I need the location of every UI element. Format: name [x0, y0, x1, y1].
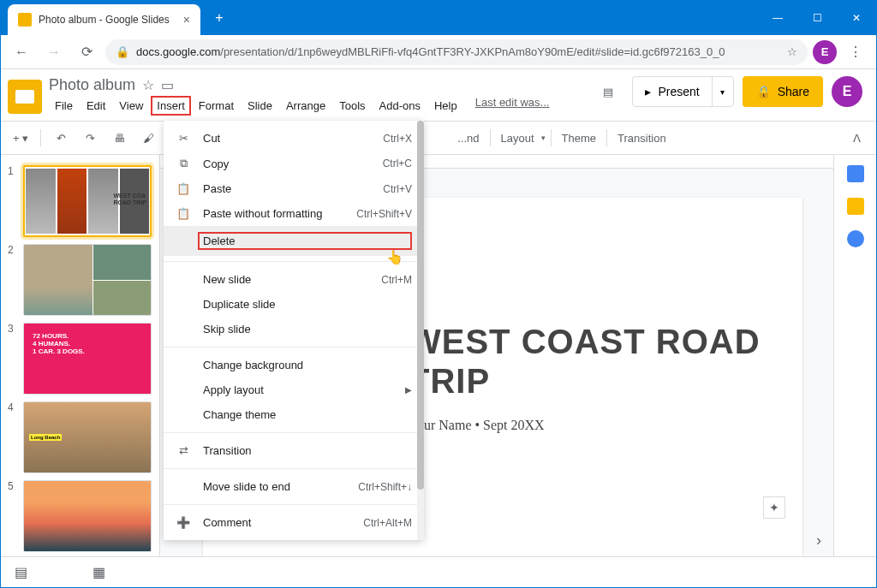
- print-button[interactable]: 🖶: [106, 125, 132, 151]
- keep-icon[interactable]: [847, 198, 864, 215]
- chevron-right-icon: ▶: [405, 385, 412, 395]
- ctx-new-slide[interactable]: New slideCtrl+M: [164, 267, 424, 292]
- browser-tab[interactable]: Photo album - Google Slides ×: [8, 4, 200, 35]
- bottom-bar: ▤ ▦: [1, 556, 876, 587]
- ctx-apply-layout[interactable]: Apply layout▶: [164, 377, 424, 402]
- paint-format-button[interactable]: 🖌: [135, 125, 161, 151]
- filmstrip-view-icon[interactable]: ▤: [15, 564, 27, 580]
- browser-titlebar: Photo album - Google Slides × + — ☐ ✕: [1, 1, 876, 35]
- doc-move-icon[interactable]: ▭: [161, 77, 174, 93]
- menu-tools[interactable]: Tools: [333, 96, 371, 116]
- slide-thumb-3[interactable]: 72 HOURS. 4 HUMANS. 1 CAR. 3 DOGS.: [23, 323, 152, 395]
- doc-title[interactable]: Photo album: [49, 76, 135, 94]
- ctx-transition[interactable]: ⇄Transition: [164, 438, 424, 463]
- toolbar-background[interactable]: ...nd: [452, 125, 484, 151]
- menu-insert[interactable]: Insert: [151, 96, 191, 116]
- slide-number: 5: [8, 480, 18, 552]
- calendar-icon[interactable]: [847, 165, 864, 182]
- menubar: File Edit View Insert Format Slide Arran…: [49, 96, 586, 116]
- browser-address-bar: ← → ⟳ 🔒 docs.google.com/presentation/d/1…: [1, 35, 876, 69]
- cut-icon: ✂: [176, 132, 191, 145]
- context-menu: ✂CutCtrl+X ⧉CopyCtrl+C 📋PasteCtrl+V 📋Pas…: [164, 121, 424, 540]
- app-header: Photo album ☆ ▭ File Edit View Insert Fo…: [1, 69, 876, 116]
- ctx-cut[interactable]: ✂CutCtrl+X: [164, 126, 424, 151]
- present-dropdown[interactable]: ▾: [713, 77, 733, 106]
- window-maximize-button[interactable]: ☐: [797, 1, 837, 35]
- undo-button[interactable]: ↶: [48, 125, 74, 151]
- copy-icon: ⧉: [176, 157, 191, 170]
- nav-back-button[interactable]: ←: [8, 39, 35, 66]
- nav-forward-button[interactable]: →: [40, 39, 68, 66]
- ctx-skip-slide[interactable]: Skip slide: [164, 317, 424, 342]
- play-icon: ▸: [645, 85, 651, 98]
- toolbar-layout[interactable]: Layout: [496, 125, 540, 151]
- ctx-separator: [164, 468, 424, 469]
- menu-edit[interactable]: Edit: [81, 96, 111, 116]
- menu-format[interactable]: Format: [193, 96, 240, 116]
- tab-close-icon[interactable]: ×: [183, 13, 190, 27]
- ctx-move-to-end[interactable]: Move slide to endCtrl+Shift+↓: [164, 474, 424, 499]
- url-text: docs.google.com/presentation/d/1np6weydM…: [136, 45, 725, 58]
- toolbar-collapse-icon[interactable]: ᐱ: [844, 125, 869, 151]
- ctx-paste-no-format[interactable]: 📋Paste without formattingCtrl+Shift+V: [164, 201, 424, 226]
- menu-arrange[interactable]: Arrange: [280, 96, 331, 116]
- grid-view-icon[interactable]: ▦: [92, 564, 105, 580]
- present-button[interactable]: ▸Present: [633, 77, 712, 106]
- ctx-change-theme[interactable]: Change theme: [164, 402, 424, 427]
- side-panel-chevron-icon[interactable]: ›: [816, 532, 821, 549]
- slide-thumb-5[interactable]: [23, 480, 152, 552]
- ctx-scrollbar[interactable]: [417, 121, 424, 540]
- menu-help[interactable]: Help: [428, 96, 463, 116]
- ctx-change-background[interactable]: Change background: [164, 353, 424, 377]
- menu-slide[interactable]: Slide: [242, 96, 278, 116]
- window-minimize-button[interactable]: —: [758, 1, 797, 35]
- new-slide-button[interactable]: + ▾: [8, 125, 33, 151]
- ctx-separator: [164, 432, 424, 433]
- ctx-comment[interactable]: ➕CommentCtrl+Alt+M: [164, 510, 424, 535]
- new-tab-button[interactable]: +: [207, 6, 231, 30]
- ctx-delete[interactable]: Delete: [164, 226, 424, 256]
- window-close-button[interactable]: ✕: [837, 1, 876, 35]
- slide-number: 4: [8, 401, 18, 473]
- slide-title[interactable]: WEST COAST ROAD TRIP: [409, 322, 785, 401]
- slide-number: 2: [8, 244, 18, 316]
- doc-star-icon[interactable]: ☆: [142, 77, 154, 93]
- comment-icon: ➕: [176, 516, 191, 529]
- transition-icon: ⇄: [176, 444, 191, 457]
- paste-icon: 📋: [176, 207, 191, 220]
- slides-favicon: [18, 13, 32, 27]
- nav-reload-button[interactable]: ⟳: [73, 39, 100, 66]
- bookmark-star-icon[interactable]: ☆: [787, 45, 797, 58]
- redo-button[interactable]: ↷: [77, 125, 103, 151]
- ctx-copy[interactable]: ⧉CopyCtrl+C: [164, 151, 424, 176]
- slide-panel: 1 WEST COA ROAD TRIP 2 3 72 HOURS. 4 HUM…: [1, 155, 160, 556]
- menu-addons[interactable]: Add-ons: [373, 96, 427, 116]
- slide-number: 1: [8, 165, 18, 237]
- tasks-icon[interactable]: [847, 230, 864, 247]
- toolbar-theme[interactable]: Theme: [557, 125, 601, 151]
- lock-icon: 🔒: [116, 45, 129, 58]
- ctx-separator: [164, 347, 424, 347]
- ctx-duplicate-slide[interactable]: Duplicate slide: [164, 292, 424, 317]
- ctx-paste[interactable]: 📋PasteCtrl+V: [164, 176, 424, 201]
- slide-thumb-1[interactable]: WEST COA ROAD TRIP: [23, 165, 152, 237]
- window-controls: — ☐ ✕: [758, 1, 876, 35]
- comments-button[interactable]: ▤: [593, 76, 623, 107]
- share-button[interactable]: 🔒Share: [743, 76, 823, 107]
- menu-file[interactable]: File: [49, 96, 79, 116]
- last-edit-link[interactable]: Last edit was...: [475, 96, 550, 116]
- slide-thumb-4[interactable]: Long Beach: [23, 401, 152, 473]
- browser-profile-avatar[interactable]: E: [813, 40, 837, 64]
- ctx-separator: [164, 261, 424, 262]
- menu-view[interactable]: View: [113, 96, 149, 116]
- slide-subtitle[interactable]: Your Name • Sept 20XX: [409, 418, 785, 433]
- slides-logo[interactable]: [8, 80, 42, 114]
- user-avatar[interactable]: E: [832, 76, 862, 107]
- slide-thumb-2[interactable]: [23, 244, 152, 316]
- ctx-separator: [164, 504, 424, 505]
- toolbar-transition[interactable]: Transition: [612, 125, 671, 151]
- explore-button[interactable]: ✦: [763, 496, 785, 519]
- browser-menu-button[interactable]: ⋮: [842, 44, 869, 60]
- url-field[interactable]: 🔒 docs.google.com/presentation/d/1np6wey…: [105, 39, 808, 65]
- present-button-group: ▸Present ▾: [632, 76, 733, 107]
